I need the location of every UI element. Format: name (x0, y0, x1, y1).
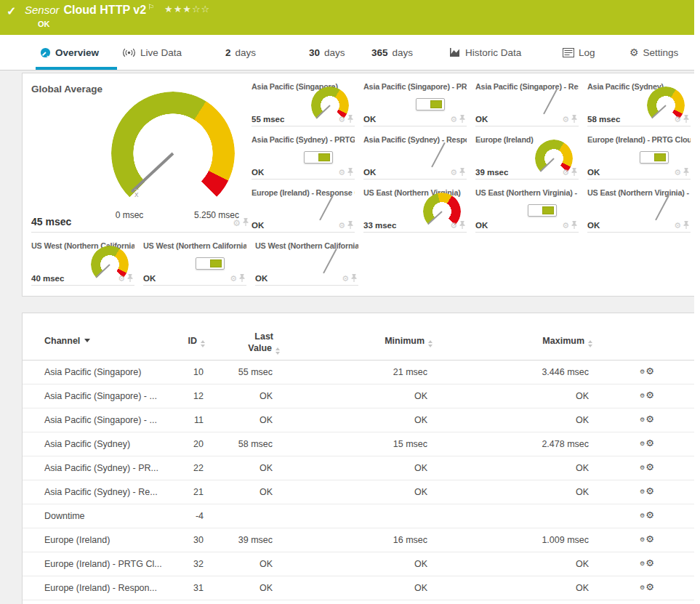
gauge-needle (431, 142, 445, 167)
gear-icon[interactable]: ⚙ (342, 274, 349, 283)
pin-icon[interactable] (239, 274, 245, 283)
channel-gauge-cell[interactable]: US East (Northern Virginia) - ...OK⚙ (587, 188, 691, 233)
gear-icon[interactable]: ⚙ (562, 168, 569, 177)
column-header-maximum[interactable]: Maximum (542, 336, 592, 347)
channel-settings-gears-icon[interactable]: ⚙⚙ (640, 456, 654, 472)
gauge-needle (540, 158, 555, 172)
channel-gauge-cell[interactable]: US East (Northern Virginia)33 msec⚙ (363, 188, 467, 233)
gear-icon[interactable]: ⚙ (338, 168, 345, 177)
row-maximum: 2.478 msec (542, 432, 589, 456)
flag-icon[interactable]: ⚐ (148, 3, 154, 11)
tab-365-days[interactable]: 365days (371, 35, 413, 70)
row-channel-name[interactable]: Asia Pacific (Sydney) (44, 432, 193, 456)
gear-icon[interactable]: ⚙ (338, 115, 345, 124)
table-row: Asia Pacific (Singapore)1055 msec21 msec… (23, 361, 694, 384)
channel-settings-gears-icon[interactable]: ⚙⚙ (640, 504, 654, 520)
row-channel-name[interactable]: Downtime (44, 504, 193, 528)
gear-icon[interactable]: ⚙ (674, 168, 681, 177)
pin-icon[interactable] (127, 274, 133, 283)
cell-actions: ⚙ (450, 115, 465, 124)
channel-gauge-cell[interactable]: US West (Northern California)40 msec⚙ (31, 241, 134, 286)
pin-icon[interactable] (571, 168, 577, 177)
channel-settings-gears-icon[interactable]: ⚙⚙ (640, 576, 654, 592)
gear-icon[interactable]: ⚙ (230, 274, 237, 283)
pin-icon[interactable] (459, 221, 465, 230)
tab-live-data[interactable]: Live Data (122, 35, 182, 70)
channel-gauge-cell[interactable]: Asia Pacific (Singapore)55 msec⚙ (252, 82, 355, 126)
pin-icon[interactable] (683, 221, 689, 230)
channel-gauge-cell[interactable]: Europe (Ireland) - Response C...OK⚙ (252, 188, 355, 233)
gauge-needle (131, 153, 174, 193)
channel-gauge-cell[interactable]: Europe (Ireland)39 msec⚙ (475, 135, 579, 180)
pin-icon[interactable] (347, 115, 353, 124)
pin-icon[interactable] (571, 115, 577, 124)
channel-settings-gears-icon[interactable]: ⚙⚙ (640, 384, 654, 400)
global-average-cell[interactable]: Global Average x 0 msec 5.250 msec 45 ms… (31, 82, 252, 233)
gear-icon[interactable]: ⚙ (562, 115, 569, 124)
gear-icon[interactable]: ⚙ (338, 221, 345, 230)
row-minimum: OK (414, 384, 427, 408)
star-rating[interactable]: ★★★☆☆ (164, 4, 210, 15)
gear-icon[interactable]: ⚙ (450, 168, 457, 177)
pin-icon[interactable] (347, 221, 353, 230)
row-channel-name[interactable]: Europe (Ireland) - Respon... (44, 576, 193, 600)
gear-icon[interactable]: ⚙ (118, 274, 125, 283)
channel-cell-value: OK (587, 168, 600, 177)
gear-icon[interactable]: ⚙ (674, 221, 681, 230)
channel-gauge-cell[interactable]: Europe (Ireland) - PRTG Cloud...OK⚙ (587, 135, 691, 180)
channel-settings-gears-icon[interactable]: ⚙⚙ (640, 432, 654, 448)
channel-gauge-cell[interactable]: Asia Pacific (Sydney) - Respo...OK⚙ (363, 135, 467, 180)
channel-gauge-cell[interactable]: US West (Northern California)...OK⚙ (143, 241, 246, 286)
tab-settings[interactable]: ⚙Settings (629, 35, 678, 70)
channel-gauge-cell[interactable]: Asia Pacific (Sydney)58 msec⚙ (587, 82, 691, 126)
cell-actions: ⚙ (342, 274, 357, 283)
pin-icon[interactable] (347, 168, 353, 177)
row-minimum: OK (414, 456, 427, 480)
row-channel-name[interactable]: Asia Pacific (Singapore) - ... (44, 384, 193, 408)
table-row: Asia Pacific (Sydney)2058 msec15 msec2.4… (23, 432, 694, 456)
table-row: Asia Pacific (Sydney) - PR...22OKOKOK⚙⚙ (23, 456, 694, 480)
gear-icon[interactable]: ⚙ (450, 221, 457, 230)
sort-arrows-icon (428, 340, 433, 347)
pin-icon[interactable] (459, 115, 465, 124)
tab-overview[interactable]: Overview (40, 35, 99, 70)
channel-settings-gears-icon[interactable]: ⚙⚙ (640, 552, 654, 568)
channel-gauge-cell[interactable]: US West (Northern California)...OK⚙ (255, 241, 358, 286)
gear-icon[interactable]: ⚙ (562, 221, 569, 230)
channel-settings-gears-icon[interactable]: ⚙⚙ (640, 480, 654, 496)
row-minimum: OK (414, 552, 427, 576)
channel-settings-gears-icon[interactable]: ⚙⚙ (640, 361, 654, 377)
pin-icon[interactable] (683, 168, 689, 177)
channel-cell-value: OK (252, 168, 264, 177)
row-channel-name[interactable]: Europe (Ireland) - PRTG Cl... (44, 552, 193, 576)
gear-icon[interactable]: ⚙ (674, 115, 681, 124)
channel-settings-gears-icon[interactable]: ⚙⚙ (640, 528, 654, 544)
channel-settings-gears-icon[interactable]: ⚙⚙ (640, 408, 654, 424)
row-channel-name[interactable]: Europe (Ireland) (44, 528, 193, 552)
column-header-last-value[interactable]: LastValue (248, 331, 280, 355)
gear-icon[interactable]: ⚙ (233, 218, 241, 228)
tab-label: Settings (643, 47, 679, 58)
column-header-minimum[interactable]: Minimum (385, 336, 433, 347)
pin-icon[interactable] (459, 168, 465, 177)
channel-gauge-cell[interactable]: Asia Pacific (Singapore) - Res...OK⚙ (475, 82, 579, 126)
pin-icon[interactable] (683, 115, 689, 124)
pin-icon[interactable] (351, 274, 357, 283)
tab-30-days[interactable]: 30days (309, 35, 345, 70)
tab-historic-data[interactable]: Historic Data (449, 35, 521, 70)
row-channel-name[interactable]: Asia Pacific (Singapore) (44, 361, 193, 384)
row-channel-name[interactable]: Asia Pacific (Sydney) - Re... (44, 480, 193, 504)
row-last-value: OK (260, 552, 273, 576)
channel-gauge-cell[interactable]: Asia Pacific (Singapore) - PR...OK⚙ (363, 82, 467, 126)
pin-icon[interactable] (243, 218, 249, 228)
channel-gauge-cell[interactable]: US East (Northern Virginia) - ...OK⚙ (475, 188, 579, 233)
row-channel-name[interactable]: Asia Pacific (Singapore) - ... (44, 408, 193, 432)
row-channel-name[interactable]: Asia Pacific (Sydney) - PR... (44, 456, 193, 480)
gear-icon[interactable]: ⚙ (450, 115, 457, 124)
column-header-channel[interactable]: Channel (44, 336, 90, 346)
channel-gauge-cell[interactable]: Asia Pacific (Sydney) - PRTG ...OK⚙ (252, 135, 355, 180)
tab-2-days[interactable]: 2days (225, 35, 256, 70)
column-header-id[interactable]: ID (188, 336, 206, 347)
pin-icon[interactable] (571, 221, 577, 230)
tab-log[interactable]: Log (563, 35, 595, 70)
